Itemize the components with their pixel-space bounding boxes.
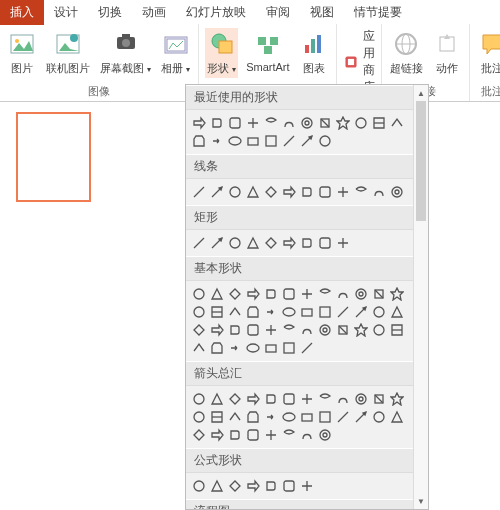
shape-item[interactable] bbox=[370, 285, 388, 303]
smartart-button[interactable]: SmartArt bbox=[244, 28, 291, 78]
shape-item[interactable] bbox=[388, 285, 406, 303]
shape-item[interactable] bbox=[226, 408, 244, 426]
shape-item[interactable] bbox=[226, 390, 244, 408]
shape-item[interactable] bbox=[352, 408, 370, 426]
shape-item[interactable] bbox=[190, 114, 208, 132]
shape-item[interactable] bbox=[208, 132, 226, 150]
shape-item[interactable] bbox=[226, 321, 244, 339]
shape-item[interactable] bbox=[298, 390, 316, 408]
shape-item[interactable] bbox=[262, 408, 280, 426]
shape-item[interactable] bbox=[262, 234, 280, 252]
shape-item[interactable] bbox=[370, 390, 388, 408]
shape-item[interactable] bbox=[334, 183, 352, 201]
tab-4[interactable]: 幻灯片放映 bbox=[176, 0, 256, 25]
shape-item[interactable] bbox=[334, 114, 352, 132]
shape-item[interactable] bbox=[208, 183, 226, 201]
shape-item[interactable] bbox=[316, 114, 334, 132]
shape-item[interactable] bbox=[352, 321, 370, 339]
shape-item[interactable] bbox=[334, 408, 352, 426]
shape-item[interactable] bbox=[352, 303, 370, 321]
shape-item[interactable] bbox=[370, 321, 388, 339]
shape-item[interactable] bbox=[208, 339, 226, 357]
shape-item[interactable] bbox=[190, 183, 208, 201]
shape-item[interactable] bbox=[280, 183, 298, 201]
shape-item[interactable] bbox=[370, 408, 388, 426]
scroll-thumb[interactable] bbox=[416, 101, 426, 221]
shape-item[interactable] bbox=[298, 303, 316, 321]
shape-item[interactable] bbox=[190, 303, 208, 321]
album-button[interactable]: 相册 ▾ bbox=[159, 28, 192, 78]
action-button[interactable]: 动作 bbox=[431, 28, 463, 78]
shape-item[interactable] bbox=[244, 339, 262, 357]
shape-item[interactable] bbox=[244, 234, 262, 252]
shape-item[interactable] bbox=[262, 321, 280, 339]
shape-item[interactable] bbox=[334, 303, 352, 321]
shape-item[interactable] bbox=[208, 285, 226, 303]
shape-item[interactable] bbox=[208, 477, 226, 495]
shape-item[interactable] bbox=[280, 234, 298, 252]
shape-item[interactable] bbox=[298, 285, 316, 303]
shape-item[interactable] bbox=[298, 234, 316, 252]
shape-item[interactable] bbox=[316, 183, 334, 201]
shape-item[interactable] bbox=[244, 285, 262, 303]
scroll-up-icon[interactable]: ▲ bbox=[414, 85, 428, 101]
scrollbar[interactable]: ▲ ▼ bbox=[413, 85, 428, 509]
shape-item[interactable] bbox=[226, 477, 244, 495]
shape-item[interactable] bbox=[370, 114, 388, 132]
shape-item[interactable] bbox=[226, 285, 244, 303]
shape-item[interactable] bbox=[244, 183, 262, 201]
comment-button[interactable]: 批注 bbox=[476, 28, 500, 78]
tab-5[interactable]: 审阅 bbox=[256, 0, 300, 25]
shape-item[interactable] bbox=[244, 426, 262, 444]
shape-item[interactable] bbox=[388, 183, 406, 201]
shape-item[interactable] bbox=[298, 114, 316, 132]
shape-item[interactable] bbox=[388, 303, 406, 321]
shape-item[interactable] bbox=[280, 408, 298, 426]
shape-item[interactable] bbox=[208, 114, 226, 132]
shape-item[interactable] bbox=[334, 234, 352, 252]
shape-item[interactable] bbox=[388, 390, 406, 408]
shape-item[interactable] bbox=[352, 114, 370, 132]
shape-item[interactable] bbox=[280, 132, 298, 150]
tab-2[interactable]: 切换 bbox=[88, 0, 132, 25]
shape-item[interactable] bbox=[226, 303, 244, 321]
shape-item[interactable] bbox=[334, 285, 352, 303]
shape-item[interactable] bbox=[244, 321, 262, 339]
shape-item[interactable] bbox=[298, 477, 316, 495]
shape-item[interactable] bbox=[280, 390, 298, 408]
shape-item[interactable] bbox=[262, 114, 280, 132]
screenshot-button[interactable]: 屏幕截图 ▾ bbox=[98, 28, 153, 78]
shape-item[interactable] bbox=[190, 339, 208, 357]
shape-item[interactable] bbox=[316, 234, 334, 252]
shape-item[interactable] bbox=[226, 132, 244, 150]
shape-item[interactable] bbox=[316, 426, 334, 444]
shape-item[interactable] bbox=[208, 426, 226, 444]
shape-item[interactable] bbox=[316, 321, 334, 339]
shape-item[interactable] bbox=[316, 390, 334, 408]
shape-item[interactable] bbox=[190, 285, 208, 303]
tab-0[interactable]: 插入 bbox=[0, 0, 44, 25]
shape-item[interactable] bbox=[262, 183, 280, 201]
shape-item[interactable] bbox=[244, 303, 262, 321]
shape-item[interactable] bbox=[316, 285, 334, 303]
shape-item[interactable] bbox=[226, 234, 244, 252]
shape-item[interactable] bbox=[280, 303, 298, 321]
shape-item[interactable] bbox=[388, 114, 406, 132]
shape-item[interactable] bbox=[262, 477, 280, 495]
shape-item[interactable] bbox=[190, 408, 208, 426]
shape-item[interactable] bbox=[244, 477, 262, 495]
shape-item[interactable] bbox=[208, 390, 226, 408]
online-picture-button[interactable]: 联机图片 bbox=[44, 28, 92, 78]
shape-item[interactable] bbox=[244, 132, 262, 150]
slide-thumbnail[interactable] bbox=[16, 112, 91, 202]
shape-item[interactable] bbox=[226, 183, 244, 201]
shape-item[interactable] bbox=[316, 408, 334, 426]
shape-item[interactable] bbox=[334, 321, 352, 339]
shape-item[interactable] bbox=[226, 426, 244, 444]
shape-item[interactable] bbox=[226, 339, 244, 357]
shape-item[interactable] bbox=[208, 234, 226, 252]
shape-item[interactable] bbox=[280, 285, 298, 303]
shape-item[interactable] bbox=[208, 408, 226, 426]
shape-item[interactable] bbox=[352, 390, 370, 408]
shape-item[interactable] bbox=[298, 321, 316, 339]
